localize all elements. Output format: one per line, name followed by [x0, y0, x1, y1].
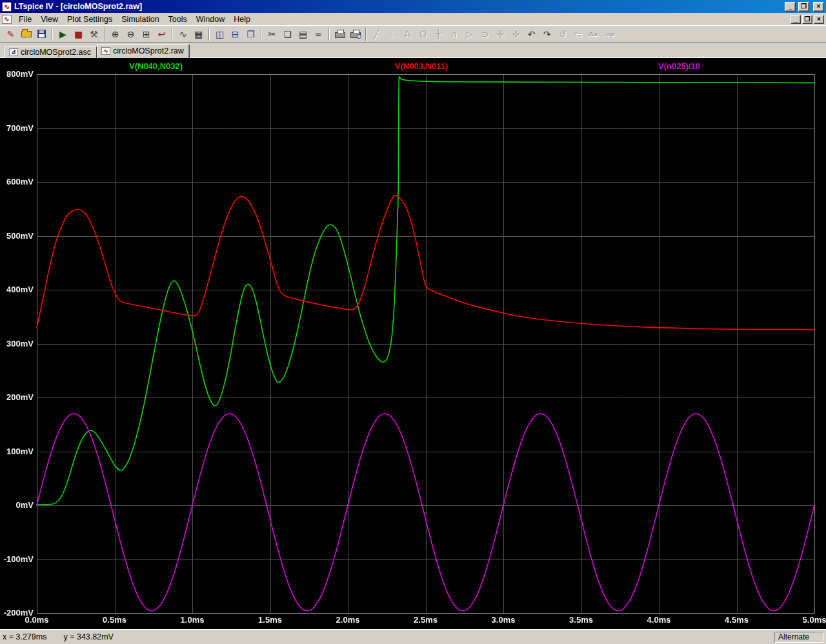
tab-label: circloMOSprot2.raw — [113, 46, 184, 55]
zoom-out-icon: ⊖ — [127, 30, 135, 39]
child-restore-button[interactable]: ❐ — [802, 15, 812, 24]
title-bar[interactable]: ∿ LTspice IV - [circloMOSprot2.raw] _ ❐ … — [0, 0, 826, 13]
undo-button[interactable]: ↶ — [524, 27, 539, 41]
tab-circloMOSprot2-asc[interactable]: ⊿ circloMOSprot2.asc — [5, 46, 97, 58]
new-schematic-button[interactable]: ✎ — [3, 27, 18, 41]
place-component-button[interactable]: ⊃ — [478, 27, 492, 41]
halt-button[interactable]: ■ — [71, 27, 86, 41]
print-icon — [335, 32, 345, 38]
trace-label-3[interactable]: V(n025)/10 — [658, 61, 700, 71]
autorange-y-icon: ∿ — [179, 30, 187, 39]
mirror-icon: ⇋ — [574, 30, 582, 39]
close-button[interactable]: × — [813, 2, 824, 12]
move-button[interactable]: ✛ — [493, 27, 508, 41]
schematic-file-icon: ⊿ — [9, 48, 18, 56]
menu-file[interactable]: File — [14, 14, 36, 25]
trace-label-1[interactable]: V(N040,N032) — [129, 61, 183, 71]
menu-plot-settings[interactable]: Plot Settings — [63, 14, 117, 25]
zoom-in-button[interactable]: ⊕ — [108, 27, 123, 41]
toolbar-separator — [172, 28, 173, 41]
child-close-button[interactable]: × — [814, 15, 824, 24]
x-axis-label: 3.0ms — [483, 615, 524, 625]
place-resistor-button[interactable]: Ω — [416, 27, 430, 41]
tile-vertical-button[interactable]: ◫ — [212, 27, 227, 41]
waveform-plot-canvas[interactable] — [0, 58, 826, 629]
save-button[interactable] — [34, 27, 49, 41]
maximize-button[interactable]: ❐ — [798, 2, 809, 12]
zoom-out-button[interactable]: ⊖ — [123, 27, 138, 41]
run-button[interactable]: ▶ — [55, 27, 70, 41]
grid-toggle-icon: ▦ — [194, 30, 203, 39]
place-text-button[interactable]: Aa — [586, 27, 601, 41]
find-button[interactable]: ∞ — [311, 27, 326, 41]
spice-directive-icon: .op — [603, 31, 614, 37]
run-icon: ▶ — [59, 30, 66, 39]
place-ground-icon: ⊥ — [388, 30, 396, 39]
rotate-button[interactable]: ↺ — [555, 27, 570, 41]
cursor-x-readout: x = 3.279ms — [3, 632, 46, 641]
menu-simulation[interactable]: Simulation — [117, 14, 163, 25]
trace-label-2[interactable]: V(N003,N011) — [395, 61, 448, 71]
rotate-icon: ↺ — [559, 30, 567, 39]
drag-button[interactable]: ✜ — [509, 27, 523, 41]
copy-button[interactable]: ❏ — [280, 27, 295, 41]
grid-toggle-button[interactable]: ▦ — [191, 27, 206, 41]
menu-help[interactable]: Help — [229, 14, 255, 25]
alternate-mode-indicator: Alternate — [774, 632, 823, 643]
y-axis-label: 100mV — [1, 447, 34, 457]
control-panel-button[interactable]: ⚒ — [86, 27, 101, 41]
waveform-file-icon: ∿ — [101, 47, 110, 55]
tab-circloMOSprot2-raw[interactable]: ∿ circloMOSprot2.raw — [97, 44, 190, 58]
y-axis-label: 0mV — [1, 500, 34, 510]
open-button[interactable] — [19, 27, 34, 41]
menu-tools[interactable]: Tools — [164, 14, 192, 25]
draw-wire-button[interactable]: ╱ — [369, 27, 384, 41]
menu-view[interactable]: View — [36, 14, 63, 25]
redo-icon: ↷ — [543, 30, 551, 39]
redo-button[interactable]: ↷ — [539, 27, 554, 41]
draw-wire-icon: ╱ — [374, 30, 379, 39]
window-title: LTspice IV - [circloMOSprot2.raw] — [14, 2, 782, 11]
print-preview-button[interactable] — [348, 27, 363, 41]
zoom-full-extents-icon: ⊞ — [143, 30, 150, 39]
minimize-button[interactable]: _ — [785, 2, 796, 12]
place-capacitor-button[interactable]: ╪ — [431, 27, 446, 41]
cut-button[interactable]: ✂ — [265, 27, 279, 41]
print-button[interactable] — [332, 27, 347, 41]
zoom-full-extents-button[interactable]: ⊞ — [139, 27, 154, 41]
toolbar-separator — [365, 28, 367, 41]
x-axis-label: 1.0ms — [172, 615, 213, 625]
y-axis-label: 200mV — [1, 392, 34, 403]
y-axis-label: 800mV — [1, 69, 34, 79]
child-minimize-button[interactable]: _ — [791, 15, 801, 24]
zoom-back-button[interactable]: ↩ — [154, 27, 169, 41]
y-axis-label: 400mV — [1, 285, 34, 295]
document-icon[interactable]: ∿ — [2, 15, 12, 24]
new-schematic-icon: ✎ — [7, 30, 15, 39]
place-resistor-icon: Ω — [419, 30, 427, 39]
copy-bitmap-button[interactable]: ❐ — [243, 27, 258, 41]
toolbar-separator — [208, 28, 210, 41]
paste-button[interactable]: ▤ — [296, 27, 310, 41]
save-icon — [37, 30, 46, 38]
tile-horizontal-button[interactable]: ⊟ — [228, 27, 243, 41]
mirror-button[interactable]: ⇋ — [570, 27, 585, 41]
autorange-y-button[interactable]: ∿ — [176, 27, 190, 41]
zoom-back-icon: ↩ — [158, 30, 166, 39]
open-icon — [21, 31, 32, 37]
place-ground-button[interactable]: ⊥ — [385, 27, 399, 41]
toolbar-separator — [328, 28, 330, 41]
net-label-button[interactable]: A — [400, 27, 415, 41]
x-axis-label: 4.0ms — [638, 615, 680, 625]
place-component-icon: ⊃ — [481, 30, 489, 39]
place-diode-button[interactable]: ▷ — [462, 27, 477, 41]
place-inductor-icon: ∩ — [450, 30, 457, 39]
find-icon: ∞ — [315, 30, 323, 39]
y-axis-label: -100mV — [1, 554, 34, 565]
zoom-in-icon: ⊕ — [112, 30, 119, 39]
tile-vertical-icon: ◫ — [216, 30, 224, 39]
paste-icon: ▤ — [299, 30, 307, 39]
place-inductor-button[interactable]: ∩ — [447, 27, 461, 41]
menu-window[interactable]: Window — [192, 14, 229, 25]
spice-directive-button[interactable]: .op — [601, 27, 616, 41]
